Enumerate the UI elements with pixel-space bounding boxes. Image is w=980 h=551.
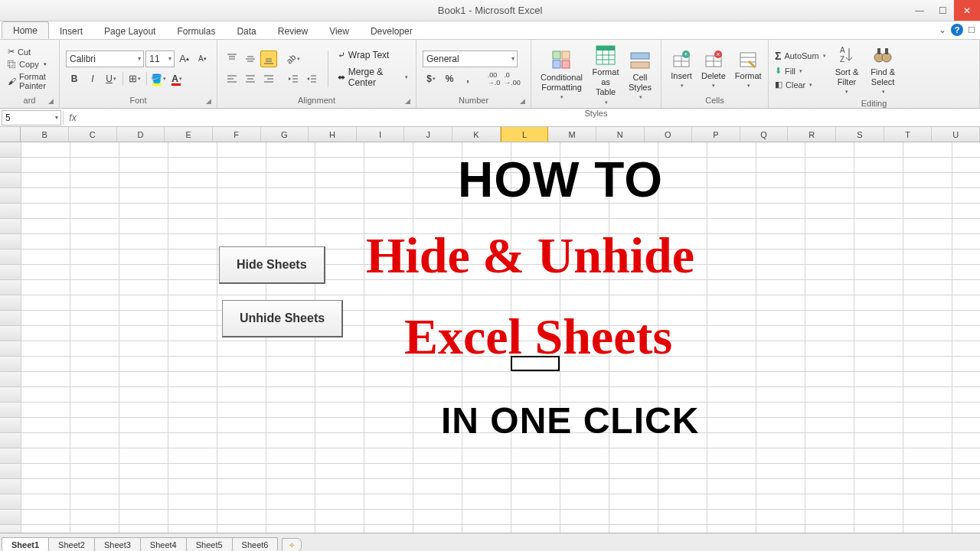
row-header[interactable] [0, 142, 21, 158]
increase-indent-button[interactable] [303, 70, 320, 87]
cut-button[interactable]: ✂Cut [6, 46, 53, 57]
cells-area[interactable]: Hide SheetsUnhide SheetsHOW TOHide & Unh… [21, 142, 980, 533]
tab-developer[interactable]: Developer [360, 23, 423, 39]
font-size-combo[interactable]: 11▾ [145, 51, 175, 67]
col-header-H[interactable]: H [309, 127, 357, 142]
help-icon[interactable]: ? [951, 24, 963, 36]
col-header-L[interactable]: L [501, 127, 549, 142]
sheet-tab-sheet1[interactable]: Sheet1 [2, 537, 49, 551]
col-header-O[interactable]: O [645, 127, 693, 142]
worksheet[interactable]: BCDEFGHIJKLMNOPQRSTU Hide SheetsUnhide S… [0, 127, 980, 533]
col-header-G[interactable]: G [261, 127, 309, 142]
fx-icon[interactable]: fx [64, 112, 82, 123]
row-header[interactable] [0, 403, 21, 418]
row-header[interactable] [0, 341, 21, 357]
fill-button[interactable]: ⬇Fill▾ [775, 65, 826, 77]
row-header[interactable] [0, 280, 21, 295]
accounting-format-button[interactable]: $▾ [423, 70, 439, 87]
wrap-text-button[interactable]: ⤶Wrap Text [336, 49, 410, 61]
row-header[interactable] [0, 173, 21, 188]
tab-data[interactable]: Data [226, 23, 266, 39]
clipboard-launcher[interactable]: ◢ [48, 97, 57, 106]
format-as-table-button[interactable]: Format as Table▾ [589, 43, 622, 107]
decrease-indent-button[interactable] [285, 70, 302, 87]
col-header-R[interactable]: R [788, 127, 836, 142]
sheet-tab-sheet5[interactable]: Sheet5 [186, 537, 233, 551]
minimize-button[interactable]: — [908, 0, 931, 21]
sheet-tab-sheet2[interactable]: Sheet2 [48, 537, 95, 551]
conditional-formatting-button[interactable]: Conditional Formatting▾ [537, 48, 586, 103]
row-header[interactable] [0, 249, 21, 265]
font-name-combo[interactable]: Calibri▾ [66, 51, 144, 67]
col-header-B[interactable]: B [21, 127, 69, 142]
number-format-combo[interactable]: General▾ [423, 51, 518, 67]
name-box[interactable]: 5▾ [2, 110, 61, 126]
formula-input[interactable] [82, 110, 980, 126]
tab-view[interactable]: View [318, 23, 360, 39]
row-header[interactable] [0, 188, 21, 204]
sheet-tab-sheet6[interactable]: Sheet6 [232, 537, 279, 551]
window-options-icon[interactable]: ☐ [968, 25, 975, 35]
bold-button[interactable]: B [66, 70, 83, 87]
insert-cells-button[interactable]: + Insert▾ [668, 47, 695, 91]
shrink-font-button[interactable]: A▾ [194, 51, 211, 67]
row-header[interactable] [0, 448, 21, 464]
row-header[interactable] [0, 204, 21, 219]
close-button[interactable]: ✕ [954, 0, 980, 21]
row-header[interactable] [0, 311, 21, 326]
tab-formulas[interactable]: Formulas [166, 23, 226, 39]
select-all-corner[interactable] [0, 127, 21, 142]
font-color-button[interactable]: A▾ [168, 70, 185, 87]
col-header-M[interactable]: M [548, 127, 596, 142]
row-header[interactable] [0, 219, 21, 234]
row-header[interactable] [0, 372, 21, 387]
format-painter-button[interactable]: 🖌Format Painter [6, 71, 53, 91]
align-bottom-button[interactable] [260, 51, 277, 67]
row-header[interactable] [0, 510, 21, 525]
number-launcher[interactable]: ◢ [520, 97, 529, 106]
col-header-J[interactable]: J [404, 127, 452, 142]
col-header-P[interactable]: P [692, 127, 740, 142]
italic-button[interactable]: I [84, 70, 101, 87]
merge-center-button[interactable]: ⬌Merge & Center▾ [336, 66, 410, 89]
hide-sheets-button[interactable]: Hide Sheets [219, 246, 325, 284]
font-launcher[interactable]: ◢ [206, 97, 215, 106]
decrease-decimal-button[interactable]: .0→.00 [504, 70, 521, 87]
align-right-button[interactable] [260, 70, 277, 87]
clear-button[interactable]: ◧Clear▾ [775, 79, 826, 90]
alignment-launcher[interactable]: ◢ [405, 97, 414, 106]
tab-review[interactable]: Review [267, 23, 318, 39]
sheet-tab-sheet3[interactable]: Sheet3 [94, 537, 141, 551]
col-header-Q[interactable]: Q [740, 127, 789, 142]
col-header-F[interactable]: F [213, 127, 261, 142]
unhide-sheets-button[interactable]: Unhide Sheets [222, 300, 343, 337]
underline-button[interactable]: U▾ [103, 70, 119, 87]
delete-cells-button[interactable]: × Delete▾ [698, 47, 729, 91]
tab-home[interactable]: Home [2, 21, 49, 39]
col-header-C[interactable]: C [69, 127, 117, 142]
row-header[interactable] [0, 479, 21, 494]
row-header[interactable] [0, 387, 21, 403]
col-header-D[interactable]: D [117, 127, 165, 142]
col-header-U[interactable]: U [932, 127, 980, 142]
orientation-button[interactable]: ab▾ [285, 51, 302, 67]
col-header-N[interactable]: N [596, 127, 645, 142]
row-header[interactable] [0, 433, 21, 448]
new-sheet-button[interactable]: ✧ [282, 538, 302, 551]
find-select-button[interactable]: Find & Select▾ [867, 43, 898, 97]
col-header-T[interactable]: T [884, 127, 933, 142]
col-header-I[interactable]: I [357, 127, 405, 142]
border-button[interactable]: ⊞▾ [126, 70, 143, 87]
row-header[interactable] [0, 234, 21, 249]
tab-insert[interactable]: Insert [49, 23, 93, 39]
row-header[interactable] [0, 464, 21, 479]
sort-filter-button[interactable]: AZ Sort & Filter▾ [832, 43, 862, 97]
tab-page-layout[interactable]: Page Layout [93, 23, 166, 39]
comma-format-button[interactable]: , [459, 70, 476, 87]
align-left-button[interactable] [224, 70, 240, 87]
row-header[interactable] [0, 265, 21, 280]
increase-decimal-button[interactable]: .00→.0 [485, 70, 502, 87]
grid[interactable]: Hide SheetsUnhide SheetsHOW TOHide & Unh… [0, 142, 980, 533]
row-header[interactable] [0, 418, 21, 433]
grow-font-button[interactable]: A▴ [176, 51, 193, 67]
